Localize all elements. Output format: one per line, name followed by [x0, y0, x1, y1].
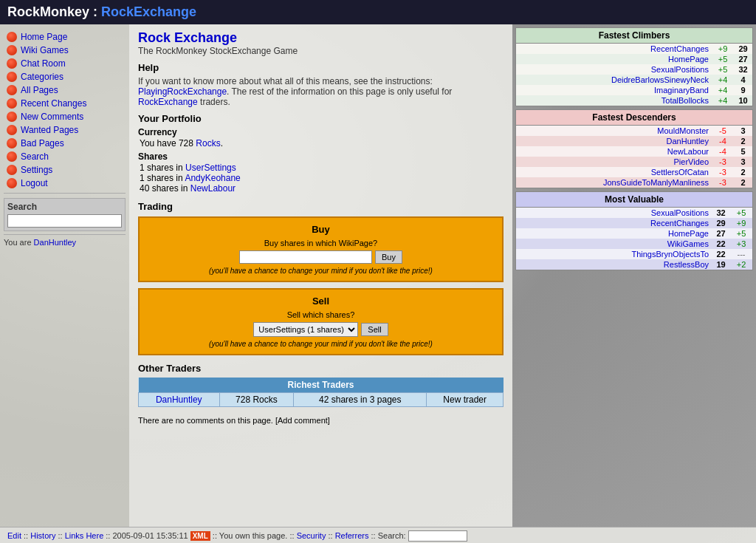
panel-row-name[interactable]: RestlessBoy — [664, 260, 709, 269]
table-row: JonsGuideToManlyManliness-32 — [516, 177, 752, 188]
panel-row-name[interactable]: MouldMonster — [657, 126, 709, 135]
buy-note: (you'll have a chance to change your min… — [145, 267, 496, 275]
panel-row-value: 29 — [734, 44, 752, 54]
panel-row-change: +4 — [712, 75, 734, 85]
panel-row-change: +5 — [712, 54, 734, 64]
sidebar-bullet-home-page — [7, 32, 17, 42]
sidebar-item-search[interactable]: Search — [4, 150, 126, 163]
footer-search-input[interactable] — [408, 530, 467, 542]
valuable-table: SexualPositions32+5RecentChanges29+9Home… — [516, 208, 752, 270]
panel-row-name[interactable]: RecentChanges — [650, 219, 709, 228]
panel-row-name[interactable]: NewLabour — [667, 147, 709, 156]
sidebar-label-all-pages: All Pages — [21, 85, 58, 95]
panel-row-change: +5 — [730, 228, 752, 239]
panel-row-name[interactable]: SettlersOfCatan — [651, 168, 709, 177]
richest-name-link[interactable]: DanHuntley — [156, 395, 202, 405]
currency-label: Currency — [138, 127, 504, 137]
table-row: ThingsBrynObjectsTo22--- — [516, 249, 752, 259]
sidebar-bullet-bad-pages — [7, 138, 17, 148]
panel-row-name[interactable]: HomePage — [668, 229, 709, 238]
panel-row-name[interactable]: DeidreBarlowsSinewyNeck — [611, 75, 709, 84]
panel-row-value: 2 — [734, 167, 752, 177]
table-row: PierVideo-33 — [516, 157, 752, 167]
sell-title: Sell — [145, 296, 496, 307]
panel-row-name[interactable]: DanHuntley — [667, 137, 709, 146]
add-comment-link[interactable]: [Add comment] — [275, 416, 330, 425]
help-text: If you want to know more about what all … — [138, 76, 504, 107]
sidebar-label-categories: Categories — [21, 72, 63, 82]
security-link[interactable]: Security — [297, 531, 326, 540]
rockexchange-link[interactable]: RockExchange — [138, 97, 198, 107]
panel-row-value: 4 — [734, 75, 752, 85]
sidebar-item-wiki-games[interactable]: Wiki Games — [4, 44, 126, 57]
sidebar-label-bad-pages: Bad Pages — [21, 138, 64, 148]
panel-row-name[interactable]: SexualPositions — [651, 208, 709, 217]
referrers-link[interactable]: Referrers — [335, 531, 369, 540]
sidebar-item-home-page[interactable]: Home Page — [4, 30, 126, 44]
usersettings-link[interactable]: UserSettings — [185, 163, 236, 173]
you-are-user[interactable]: DanHuntley — [34, 238, 76, 247]
richest-rocks: 728 Rocks — [219, 393, 294, 407]
footer-date: 2005-09-01 15:35:11 — [112, 531, 188, 540]
sidebar-item-wanted-pages[interactable]: Wanted Pages — [4, 123, 126, 137]
sidebar-bullet-chat-room — [7, 58, 17, 69]
playing-link[interactable]: PlayingRockExchange — [138, 86, 227, 97]
richest-traders-table: Richest Traders DanHuntley 728 Rocks 42 … — [138, 378, 504, 407]
most-valuable-header: Most Valuable — [516, 192, 752, 208]
panel-row-value: 9 — [734, 85, 752, 95]
sidebar-label-wiki-games: Wiki Games — [21, 45, 69, 55]
panel-row-name[interactable]: ThingsBrynObjectsTo — [631, 250, 709, 259]
sidebar-label-chat-room: Chat Room — [21, 58, 66, 69]
links-here-link[interactable]: Links Here — [65, 531, 104, 540]
sell-button[interactable]: Sell — [361, 323, 388, 336]
panel-row-change: +4 — [712, 95, 734, 106]
table-row: SexualPositions+532 — [516, 64, 752, 75]
newlabour-link[interactable]: NewLabour — [190, 183, 236, 194]
sidebar-bullet-search — [7, 151, 17, 162]
buy-box: Buy Buy shares in which WikiPage? Buy (y… — [138, 216, 504, 282]
panel-row-change: -4 — [712, 146, 734, 157]
buy-input[interactable] — [239, 250, 372, 264]
edit-link[interactable]: Edit — [7, 531, 21, 540]
sidebar-item-chat-room[interactable]: Chat Room — [4, 57, 126, 70]
richest-status: New trader — [427, 393, 504, 407]
panel-row-name[interactable]: TotalBollocks — [662, 96, 709, 105]
panel-row-name[interactable]: PierVideo — [674, 157, 709, 166]
sidebar-item-settings[interactable]: Settings — [4, 163, 126, 177]
history-link[interactable]: History — [30, 531, 55, 540]
panel-row-value: 22 — [712, 249, 730, 259]
sidebar-bullet-wanted-pages — [7, 125, 17, 135]
sidebar-item-bad-pages[interactable]: Bad Pages — [4, 137, 126, 150]
panel-row-value: 3 — [734, 126, 752, 136]
panel-row-name[interactable]: JonsGuideToManlyManliness — [603, 178, 709, 187]
buy-title: Buy — [145, 224, 496, 235]
panel-row-change: +4 — [712, 85, 734, 95]
table-row: RecentChanges+929 — [516, 44, 752, 54]
buy-button[interactable]: Buy — [375, 250, 402, 264]
panel-row-value: 32 — [734, 64, 752, 75]
panel-row-name[interactable]: SexualPositions — [651, 65, 709, 74]
search-input[interactable] — [7, 214, 122, 228]
other-traders-section: Other Traders Richest Traders DanHuntley… — [138, 363, 504, 407]
sidebar-item-categories[interactable]: Categories — [4, 70, 126, 83]
sidebar-item-all-pages[interactable]: All Pages — [4, 83, 126, 97]
andykeohane-link[interactable]: AndyKeohane — [185, 173, 240, 183]
sidebar-item-recent-changes[interactable]: Recent Changes — [4, 97, 126, 110]
panel-row-name[interactable]: RecentChanges — [650, 44, 709, 53]
search-box: Search — [4, 198, 126, 231]
sidebar-item-logout[interactable]: Logout — [4, 177, 126, 190]
panel-row-name[interactable]: HomePage — [668, 55, 709, 64]
page-title: Rock Exchange — [138, 30, 504, 46]
sidebar-label-logout: Logout — [21, 178, 48, 188]
sidebar-item-new-comments[interactable]: New Comments — [4, 110, 126, 123]
rocks-link[interactable]: Rocks — [196, 138, 220, 148]
panel-row-name[interactable]: ImaginaryBand — [654, 86, 709, 95]
you-are: You are DanHuntley — [4, 238, 126, 247]
panel-row-value: 2 — [734, 177, 752, 188]
table-row: HomePage27+5 — [516, 228, 752, 239]
panel-row-name[interactable]: WikiGames — [667, 239, 709, 248]
currency-text: You have 728 Rocks. — [140, 138, 504, 148]
xml-badge[interactable]: XML — [190, 531, 210, 541]
sidebar-label-search: Search — [21, 151, 49, 162]
sell-select[interactable]: UserSettings (1 shares) — [253, 322, 358, 337]
